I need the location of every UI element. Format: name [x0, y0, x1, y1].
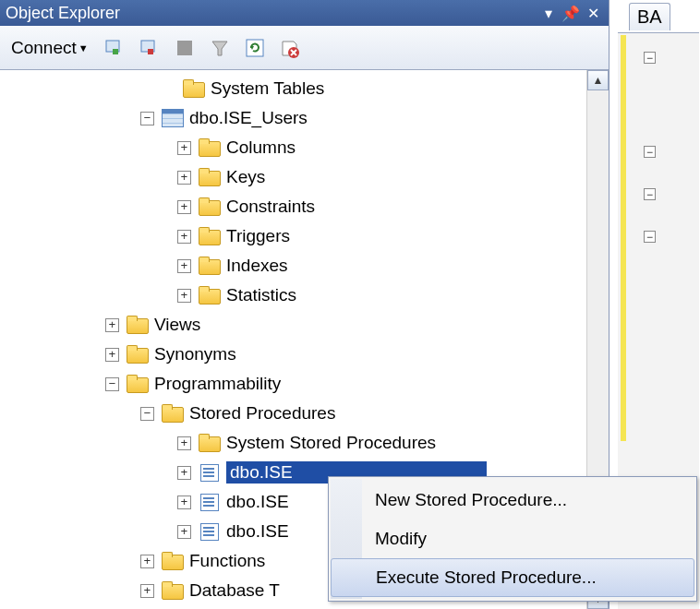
tree-node-constraints[interactable]: + Constraints: [0, 192, 609, 221]
stored-procedure-icon: [199, 522, 221, 541]
toolbar: Connect ▼: [0, 26, 609, 70]
folder-icon: [199, 168, 221, 186]
folder-icon: [199, 197, 221, 216]
chevron-down-icon: ▼: [78, 42, 89, 54]
folder-icon: [127, 345, 149, 364]
fold-icon[interactable]: −: [644, 188, 656, 200]
menu-item-new-stored-procedure[interactable]: New Stored Procedure...: [331, 481, 694, 519]
script-error-icon[interactable]: [277, 35, 303, 61]
expand-icon[interactable]: +: [177, 200, 191, 214]
tree-node-views[interactable]: + Views: [0, 310, 609, 340]
expand-icon[interactable]: +: [177, 496, 191, 509]
expand-icon[interactable]: +: [177, 171, 191, 185]
tree-node-stored-procedures[interactable]: − Stored Procedures: [0, 399, 609, 428]
expand-icon[interactable]: +: [140, 555, 154, 568]
folder-icon: [162, 404, 184, 423]
fold-icon[interactable]: −: [644, 52, 656, 64]
expand-icon[interactable]: +: [177, 525, 191, 539]
svg-marker-5: [212, 42, 227, 55]
tree-node-columns[interactable]: + Columns: [0, 133, 609, 162]
tree-node-synonyms[interactable]: + Synonyms: [0, 340, 609, 369]
expand-icon[interactable]: +: [177, 466, 191, 480]
folder-icon: [199, 227, 221, 245]
filter-icon[interactable]: [207, 35, 233, 61]
tree-node-indexes[interactable]: + Indexes: [0, 251, 609, 281]
collapse-icon[interactable]: −: [105, 377, 119, 391]
table-icon: [162, 109, 184, 127]
expand-icon[interactable]: +: [177, 436, 191, 450]
tree-node-ise-users[interactable]: − dbo.ISE_Users: [0, 103, 609, 133]
stop-icon[interactable]: [172, 35, 198, 61]
editor-tab[interactable]: BA: [629, 3, 670, 30]
tree-node-system-stored-procedures[interactable]: + System Stored Procedures: [0, 428, 609, 458]
fold-icon[interactable]: −: [644, 146, 656, 158]
expand-icon[interactable]: +: [177, 230, 191, 244]
close-icon[interactable]: ✕: [583, 3, 603, 23]
panel-title: Object Explorer: [6, 4, 537, 23]
menu-item-execute-stored-procedure[interactable]: Execute Stored Procedure...: [331, 558, 694, 597]
tree-node-triggers[interactable]: + Triggers: [0, 221, 609, 251]
context-menu: New Stored Procedure... Modify Execute S…: [328, 476, 697, 602]
folder-icon: [127, 316, 149, 334]
expand-icon[interactable]: +: [105, 348, 119, 362]
expand-icon[interactable]: +: [140, 584, 154, 598]
folder-icon: [162, 552, 184, 570]
expand-icon[interactable]: +: [177, 289, 191, 303]
scroll-up-icon[interactable]: ▲: [587, 70, 609, 90]
expand-icon[interactable]: +: [177, 141, 191, 155]
tree-node-keys[interactable]: + Keys: [0, 162, 609, 192]
modified-indicator: [621, 35, 626, 441]
stored-procedure-icon: [199, 493, 221, 511]
dropdown-arrow-icon[interactable]: ▾: [538, 3, 559, 23]
connect-button[interactable]: Connect ▼: [7, 36, 92, 60]
folder-icon: [199, 257, 221, 275]
pin-icon[interactable]: 📌: [561, 3, 581, 23]
svg-rect-1: [113, 49, 118, 54]
folder-icon: [199, 138, 221, 157]
panel-titlebar: Object Explorer ▾ 📌 ✕: [0, 0, 609, 26]
tree-node-system-tables[interactable]: System Tables: [0, 74, 609, 103]
menu-item-modify[interactable]: Modify: [331, 519, 694, 558]
tree-node-statistics[interactable]: + Statistics: [0, 281, 609, 310]
collapse-icon[interactable]: −: [140, 407, 154, 421]
folder-icon: [127, 375, 149, 393]
disconnect-server-icon[interactable]: [137, 35, 163, 61]
fold-icon[interactable]: −: [644, 231, 656, 243]
svg-rect-4: [177, 41, 192, 55]
collapse-icon[interactable]: −: [140, 112, 154, 125]
refresh-icon[interactable]: [242, 35, 268, 61]
folder-icon: [199, 434, 221, 452]
svg-rect-6: [247, 40, 263, 56]
svg-rect-3: [148, 49, 153, 54]
tree-node-programmability[interactable]: − Programmability: [0, 369, 609, 399]
connect-server-icon[interactable]: [102, 35, 127, 61]
expand-icon[interactable]: +: [105, 318, 119, 332]
expand-icon[interactable]: +: [177, 259, 191, 273]
folder-icon: [162, 581, 184, 600]
stored-procedure-icon: [199, 463, 221, 482]
folder-icon: [199, 286, 221, 304]
folder-icon: [183, 79, 205, 98]
